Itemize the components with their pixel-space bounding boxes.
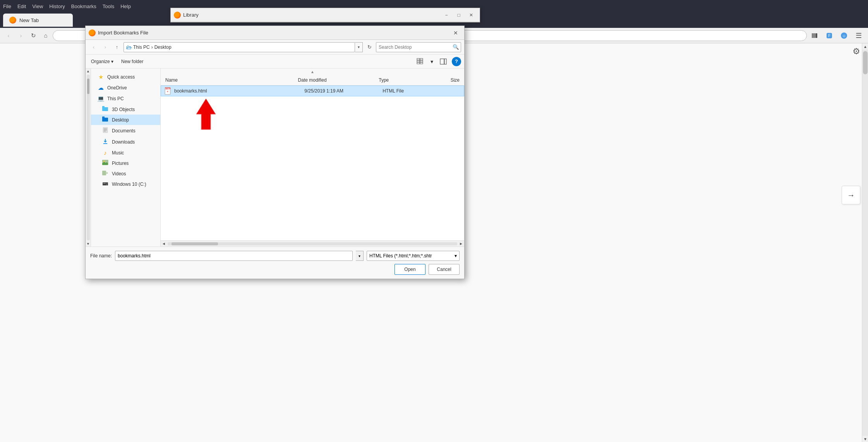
pictures-icon	[102, 160, 109, 166]
dialog-forward-button[interactable]: ›	[100, 42, 110, 52]
library-button[interactable]	[808, 29, 821, 42]
menu-file[interactable]: File	[3, 3, 11, 9]
sidebar-item-downloads[interactable]: Downloads	[91, 136, 160, 147]
library-maximize-button[interactable]: □	[453, 11, 464, 19]
svg-rect-8	[417, 58, 420, 60]
file-date: 9/25/2019 1:19 AM	[304, 88, 383, 94]
help-button[interactable]: ?	[452, 57, 461, 66]
scroll-up-button[interactable]: ▲	[862, 43, 868, 50]
sidebar-item-pictures[interactable]: Pictures	[91, 158, 160, 168]
dialog-refresh-button[interactable]: ↻	[364, 42, 374, 52]
sidebar-label-documents: Documents	[112, 128, 136, 134]
import-title-icon	[89, 29, 96, 36]
sidebar-scroll-thumb	[87, 79, 89, 94]
sidebar-item-3d-objects[interactable]: 3D Objects	[91, 104, 160, 115]
library-window-controls: − □ ✕	[441, 11, 477, 19]
breadcrumb-dropdown-button[interactable]: ▾	[355, 42, 363, 52]
organize-button[interactable]: Organize ▾	[89, 58, 116, 65]
nav-home-button[interactable]: ⌂	[40, 30, 51, 41]
cancel-button[interactable]: Cancel	[429, 264, 460, 275]
menu-help[interactable]: Help	[120, 3, 131, 9]
svg-text:☺: ☺	[842, 34, 846, 38]
dialog-back-button[interactable]: ‹	[89, 42, 99, 52]
search-box: 🔍	[376, 42, 461, 52]
browser-scrollbar[interactable]: ▲ ▼	[862, 43, 868, 442]
svg-rect-23	[104, 130, 107, 130]
menu-view[interactable]: View	[32, 3, 43, 9]
sidebar-scroll-up-button[interactable]: ▲	[86, 69, 91, 74]
address-breadcrumb[interactable]: 🗁 This PC › Desktop	[124, 42, 355, 52]
file-name-label: File name:	[90, 253, 112, 259]
desktop-icon	[102, 116, 109, 123]
file-type-select[interactable]: HTML Files (*.html;*.htm;*.shtr ▾	[367, 251, 460, 261]
svg-rect-2	[814, 33, 815, 38]
menu-tools[interactable]: Tools	[103, 3, 114, 9]
right-arrow-button[interactable]: →	[842, 186, 860, 204]
col-header-size[interactable]: Size	[432, 77, 461, 83]
sidebar-item-documents[interactable]: Documents	[91, 125, 160, 136]
library-window: Library − □ ✕	[170, 8, 480, 22]
import-close-button[interactable]: ✕	[450, 29, 461, 37]
file-pane-scroll-up[interactable]: ▲	[161, 69, 464, 75]
browser-tab-newtab[interactable]: New Tab	[3, 14, 73, 27]
menu-edit[interactable]: Edit	[17, 3, 26, 9]
sidebar-scroll-down-button[interactable]: ▼	[86, 241, 91, 247]
file-list: e HTML bookmarks.html 9/25/2019 1:19 AM …	[161, 86, 464, 240]
import-titlebar: Import Bookmarks File ✕	[86, 26, 464, 40]
file-type-value: HTML Files (*.html;*.htm;*.shtr	[369, 253, 432, 259]
browser-chrome: File Edit View History Bookmarks Tools H…	[0, 0, 868, 442]
firefox-account-button[interactable]: ☺	[838, 29, 850, 42]
dialog-up-button[interactable]: ↑	[112, 42, 122, 52]
file-name-input[interactable]	[115, 251, 353, 261]
nav-back-button[interactable]: ‹	[3, 30, 14, 41]
sidebar-item-music[interactable]: ♪ Music	[91, 147, 160, 158]
file-row[interactable]: e HTML bookmarks.html 9/25/2019 1:19 AM …	[161, 86, 464, 96]
dialog-body: ▲ ▼ ★ Quick access ☁ OneDrive	[86, 69, 464, 247]
sidebar-item-windows-c[interactable]: Windows 10 (C:)	[91, 179, 160, 189]
nav-reload-button[interactable]: ↻	[28, 30, 39, 41]
search-input[interactable]	[376, 45, 451, 50]
col-header-type[interactable]: Type	[377, 77, 432, 83]
videos-icon	[102, 170, 109, 177]
view-grid-button[interactable]	[415, 56, 425, 67]
sidebar-scroll-container: ▲ ▼	[86, 69, 91, 247]
svg-rect-18	[102, 106, 105, 108]
svg-marker-30	[106, 172, 108, 174]
horizontal-scrollbar: ◄ ►	[161, 240, 464, 247]
svg-rect-13	[420, 62, 423, 64]
sidebar-label-videos: Videos	[112, 171, 126, 176]
col-header-name[interactable]: Name	[164, 77, 297, 83]
view-dropdown-button[interactable]: ▾	[426, 56, 437, 67]
scroll-left-button[interactable]: ◄	[161, 241, 167, 247]
svg-rect-1	[813, 33, 814, 38]
new-folder-button[interactable]: New folder	[119, 58, 146, 65]
svg-rect-34	[103, 183, 105, 183]
breadcrumb-desktop: Desktop	[154, 45, 172, 50]
sidebar-item-onedrive[interactable]: ☁ OneDrive	[91, 82, 160, 93]
sidebar-item-videos[interactable]: Videos	[91, 168, 160, 179]
scroll-down-button[interactable]: ▼	[862, 436, 868, 442]
search-icon-button[interactable]: 🔍	[451, 42, 461, 52]
svg-rect-11	[420, 60, 423, 62]
scroll-right-button[interactable]: ►	[458, 241, 464, 247]
file-name-dropdown-button[interactable]: ▾	[356, 251, 364, 261]
open-button[interactable]: Open	[395, 264, 425, 275]
col-header-date[interactable]: Date modified	[297, 77, 377, 83]
library-minimize-button[interactable]: −	[441, 11, 452, 19]
menu-button[interactable]: ☰	[853, 29, 865, 42]
sidebar-label-onedrive: OneDrive	[107, 85, 127, 91]
sidebar-item-this-pc[interactable]: 💻 This PC	[91, 93, 160, 104]
preview-pane-button[interactable]	[438, 56, 449, 67]
sidebar-item-quick-access[interactable]: ★ Quick access	[91, 72, 160, 82]
gear-icon[interactable]: ⚙	[853, 46, 860, 57]
menu-history[interactable]: History	[49, 3, 65, 9]
grid-view-icon	[417, 58, 424, 65]
onedrive-icon: ☁	[97, 84, 104, 91]
svg-text:F: F	[828, 34, 830, 38]
nav-forward-button[interactable]: ›	[15, 30, 26, 41]
library-close-button[interactable]: ✕	[466, 11, 477, 19]
sidebar-item-desktop[interactable]: Desktop	[91, 115, 160, 125]
menu-bookmarks[interactable]: Bookmarks	[71, 3, 96, 9]
sync-button[interactable]: F	[823, 29, 835, 42]
svg-rect-24	[104, 131, 106, 132]
